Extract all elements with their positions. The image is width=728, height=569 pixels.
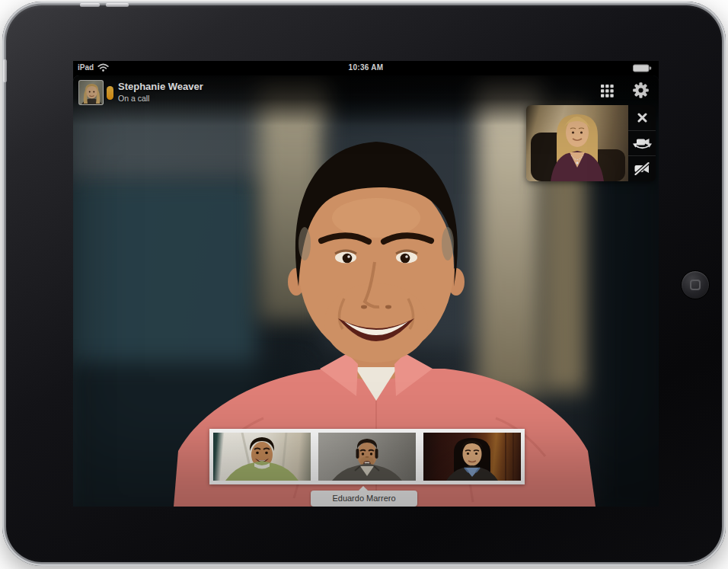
home-button-glyph <box>690 280 701 290</box>
battery-icon <box>633 64 652 72</box>
ipad-device: iPad 10:36 AM <box>0 0 728 569</box>
ipad-bezel: iPad 10:36 AM <box>2 2 726 566</box>
home-button[interactable] <box>681 270 710 299</box>
status-bar: iPad 10:36 AM <box>73 61 659 75</box>
side-switch <box>3 59 7 82</box>
screen: iPad 10:36 AM <box>73 61 659 507</box>
hardware-button-top-2 <box>106 3 129 7</box>
vignette-overlay <box>73 75 659 507</box>
hardware-button-top-1 <box>80 3 100 7</box>
remote-video[interactable]: Stephanie Weaver On a call <box>73 75 659 507</box>
clock: 10:36 AM <box>73 63 659 72</box>
